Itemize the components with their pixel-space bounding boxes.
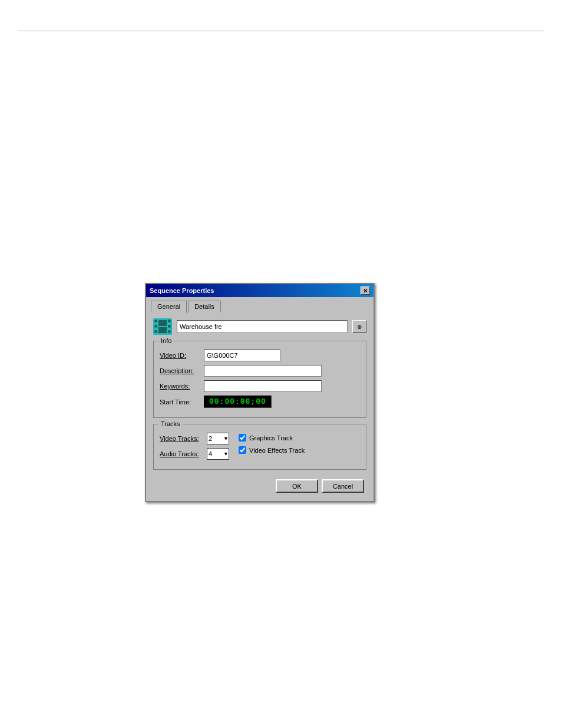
sequence-header-row: ⊕	[153, 318, 366, 335]
svg-rect-10	[168, 320, 170, 322]
description-label: Description:	[160, 367, 204, 374]
tab-general[interactable]: General	[151, 301, 187, 313]
dialog-buttons: OK Cancel	[153, 476, 366, 495]
audio-tracks-row: Audio Tracks: 1 2 3 4 5 6 ▼	[160, 448, 229, 460]
chain-button[interactable]: ⊕	[352, 320, 366, 333]
svg-rect-12	[168, 325, 170, 327]
video-effects-track-row: Video Effects Track	[239, 446, 360, 454]
start-time-display[interactable]: 00:00:00;00	[204, 396, 272, 408]
dialog-title: Sequence Properties	[150, 287, 214, 294]
tab-details[interactable]: Details	[188, 301, 221, 312]
ok-button[interactable]: OK	[276, 479, 318, 493]
video-tracks-row: Video Tracks: 1 2 3 4 ▼	[160, 433, 229, 444]
audio-tracks-dropdown-wrapper: 1 2 3 4 5 6 ▼	[207, 448, 229, 460]
top-divider	[18, 31, 544, 31]
video-id-label: Video ID:	[160, 352, 204, 359]
description-input[interactable]	[204, 365, 322, 377]
film-icon	[153, 318, 172, 335]
video-id-row: Video ID:	[160, 350, 360, 361]
tracks-group-label: Tracks	[158, 420, 183, 427]
video-id-input[interactable]	[204, 350, 280, 361]
sequence-properties-dialog: Sequence Properties ✕ General Details	[145, 283, 375, 502]
svg-rect-9	[155, 320, 157, 322]
info-group-label: Info	[158, 337, 174, 344]
video-tracks-label: Video Tracks:	[160, 435, 207, 442]
video-effects-track-label: Video Effects Track	[249, 447, 305, 454]
tracks-columns: Video Tracks: 1 2 3 4 ▼	[160, 433, 360, 463]
keywords-row: Keywords:	[160, 380, 360, 392]
keywords-label: Keywords:	[160, 383, 204, 390]
dialog-content: ⊕ Info Video ID: Description: Keywords:	[146, 312, 373, 501]
tracks-right: Graphics Track Video Effects Track	[239, 433, 360, 463]
description-row: Description:	[160, 365, 360, 377]
info-group: Info Video ID: Description: Keywords: St…	[153, 341, 366, 418]
svg-rect-11	[155, 325, 157, 327]
svg-rect-14	[168, 331, 170, 332]
svg-rect-13	[155, 331, 157, 332]
graphics-track-label: Graphics Track	[249, 434, 293, 442]
graphics-track-row: Graphics Track	[239, 434, 360, 442]
graphics-track-checkbox[interactable]	[239, 434, 246, 442]
video-tracks-select[interactable]: 1 2 3 4	[207, 433, 229, 444]
tracks-group: Tracks Video Tracks: 1 2 3 4	[153, 424, 366, 470]
cancel-button[interactable]: Cancel	[322, 479, 364, 493]
video-tracks-dropdown-wrapper: 1 2 3 4 ▼	[207, 433, 229, 444]
tracks-left: Video Tracks: 1 2 3 4 ▼	[160, 433, 229, 463]
title-bar: Sequence Properties ✕	[146, 284, 373, 297]
svg-rect-8	[158, 327, 167, 333]
svg-rect-7	[158, 320, 167, 326]
video-effects-track-checkbox[interactable]	[239, 446, 246, 454]
keywords-input[interactable]	[204, 380, 322, 392]
start-time-row: Start Time: 00:00:00;00	[160, 396, 360, 408]
close-button[interactable]: ✕	[361, 286, 370, 295]
audio-tracks-label: Audio Tracks:	[160, 450, 207, 457]
audio-tracks-select[interactable]: 1 2 3 4 5 6	[207, 448, 229, 460]
sequence-name-input[interactable]	[177, 320, 348, 333]
tabs-area: General Details	[146, 297, 373, 312]
start-time-label: Start Time:	[160, 398, 204, 406]
